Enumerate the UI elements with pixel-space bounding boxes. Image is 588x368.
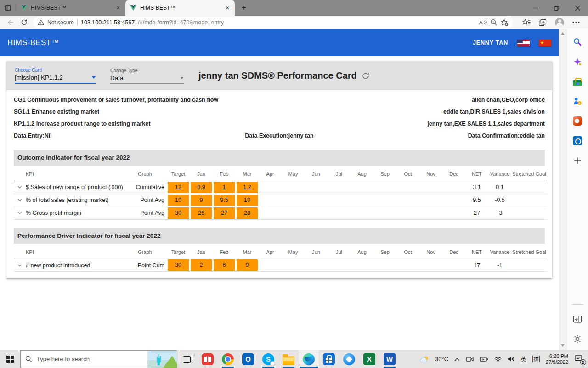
month-value-cell[interactable]: 26 — [190, 207, 213, 219]
month-value-cell[interactable] — [351, 181, 373, 194]
month-value-cell[interactable] — [259, 181, 282, 194]
chevron-down-icon[interactable] — [17, 184, 23, 190]
month-value-cell[interactable] — [373, 207, 396, 219]
us-flag-icon[interactable] — [517, 40, 530, 46]
month-value-cell[interactable] — [419, 194, 442, 207]
month-value-cell[interactable]: 10 — [236, 194, 259, 207]
change-type-select[interactable]: Change Type Data — [110, 68, 184, 84]
cn-flag-icon[interactable]: ★ — [539, 40, 551, 46]
month-value-cell[interactable] — [373, 259, 396, 272]
month-value-cell[interactable] — [351, 194, 373, 207]
sidebar-outlook-icon[interactable] — [572, 136, 582, 146]
month-value-cell[interactable] — [419, 181, 442, 194]
month-value-cell[interactable]: 9 — [190, 194, 213, 207]
browser-tab-inactive[interactable]: HIMS-BEST™ ✕ — [16, 0, 125, 16]
taskbar-app-file-explorer[interactable] — [278, 350, 299, 368]
tray-expand-chevron-icon[interactable] — [454, 357, 460, 361]
add-favorite-icon[interactable] — [501, 19, 509, 26]
tab-actions-button[interactable] — [0, 0, 16, 16]
month-value-cell[interactable] — [442, 194, 465, 207]
temperature-label[interactable]: 30°C — [435, 356, 448, 362]
tab-close-icon[interactable]: ✕ — [114, 4, 122, 12]
taskbar-app-edge[interactable] — [299, 350, 319, 368]
more-menu-icon[interactable] — [572, 22, 580, 23]
taskbar-app-word[interactable]: W — [379, 350, 400, 368]
month-value-cell[interactable] — [259, 259, 282, 272]
scroll-up-icon[interactable] — [561, 32, 565, 35]
chevron-down-icon[interactable] — [17, 210, 23, 216]
target-cell[interactable]: 30 — [167, 207, 190, 219]
back-button[interactable] — [6, 18, 15, 27]
reload-card-icon[interactable] — [362, 72, 370, 80]
month-value-cell[interactable] — [419, 207, 442, 219]
sidebar-tools-icon[interactable] — [572, 76, 582, 86]
sidebar-discover-icon[interactable] — [572, 57, 582, 67]
battery-icon[interactable] — [480, 356, 488, 362]
chevron-down-icon[interactable] — [17, 197, 23, 203]
settings-gear-icon[interactable] — [572, 334, 582, 344]
month-value-cell[interactable] — [305, 194, 328, 207]
month-value-cell[interactable]: 1 — [213, 181, 236, 194]
ime-language-indicator[interactable]: 英 — [520, 355, 526, 363]
open-sidebar-panel-icon[interactable] — [572, 314, 582, 324]
taskbar-app-skype[interactable]: S — [258, 350, 278, 368]
month-value-cell[interactable]: 27 — [213, 207, 236, 219]
sidebar-search-icon[interactable] — [572, 37, 582, 47]
chevron-down-icon[interactable] — [17, 262, 23, 269]
taskbar-app-compass[interactable] — [339, 350, 359, 368]
month-value-cell[interactable] — [328, 207, 351, 219]
ime-mode-indicator[interactable]: 拼 — [532, 356, 540, 362]
zoom-out-icon[interactable] — [490, 19, 498, 26]
month-value-cell[interactable] — [442, 207, 465, 219]
month-value-cell[interactable] — [396, 181, 419, 194]
page-scrollbar[interactable] — [559, 29, 566, 350]
month-value-cell[interactable] — [419, 259, 442, 272]
taskbar-app-task-view[interactable] — [177, 350, 198, 368]
month-value-cell[interactable] — [442, 181, 465, 194]
target-cell[interactable]: 10 — [167, 194, 190, 207]
scroll-down-icon[interactable] — [561, 344, 565, 347]
target-cell[interactable]: 30 — [167, 259, 190, 272]
month-value-cell[interactable] — [396, 194, 419, 207]
sidebar-add-icon[interactable] — [572, 155, 582, 166]
month-value-cell[interactable] — [282, 207, 305, 219]
minimize-button[interactable] — [525, 0, 546, 16]
month-value-cell[interactable] — [373, 181, 396, 194]
taskbar-app-chrome[interactable] — [218, 350, 238, 368]
collections-icon[interactable] — [539, 19, 547, 26]
month-value-cell[interactable]: 2 — [190, 259, 213, 272]
month-value-cell[interactable] — [259, 194, 282, 207]
month-value-cell[interactable] — [442, 259, 465, 272]
month-value-cell[interactable] — [396, 207, 419, 219]
taskbar-app-books[interactable] — [198, 350, 218, 368]
taskbar-app-outlook[interactable]: O — [238, 350, 258, 368]
tab-close-icon[interactable]: ✕ — [224, 4, 231, 12]
sidebar-games-icon[interactable] — [572, 96, 582, 106]
url-path[interactable]: /#/mde-form?id=470&mode=entry — [138, 19, 224, 26]
meet-now-icon[interactable] — [466, 356, 474, 362]
month-value-cell[interactable]: 1.2 — [236, 181, 259, 194]
profile-avatar[interactable] — [555, 18, 564, 27]
month-value-cell[interactable] — [351, 207, 373, 219]
month-value-cell[interactable] — [396, 259, 419, 272]
choose-card-select[interactable]: Choose Card [mission] KP1.1.2 — [15, 68, 96, 84]
month-value-cell[interactable] — [328, 259, 351, 272]
month-value-cell[interactable]: 28 — [236, 207, 259, 219]
notification-center-button[interactable]: 5 — [574, 355, 584, 364]
month-value-cell[interactable]: 6 — [213, 259, 236, 272]
month-value-cell[interactable] — [282, 194, 305, 207]
month-value-cell[interactable] — [282, 259, 305, 272]
read-aloud-icon[interactable]: A — [479, 19, 487, 26]
security-label[interactable]: Not secure — [47, 19, 74, 26]
target-cell[interactable]: 12 — [167, 181, 190, 194]
wifi-icon[interactable] — [494, 356, 502, 362]
taskbar-search[interactable] — [20, 350, 177, 368]
sidebar-office-icon[interactable] — [572, 116, 582, 126]
month-value-cell[interactable] — [373, 194, 396, 207]
taskbar-app-store[interactable] — [319, 350, 339, 368]
taskbar-search-input[interactable] — [36, 355, 144, 363]
start-button[interactable] — [0, 350, 20, 368]
taskbar-app-excel[interactable]: X — [359, 350, 379, 368]
month-value-cell[interactable] — [328, 181, 351, 194]
month-value-cell[interactable]: 9 — [236, 259, 259, 272]
